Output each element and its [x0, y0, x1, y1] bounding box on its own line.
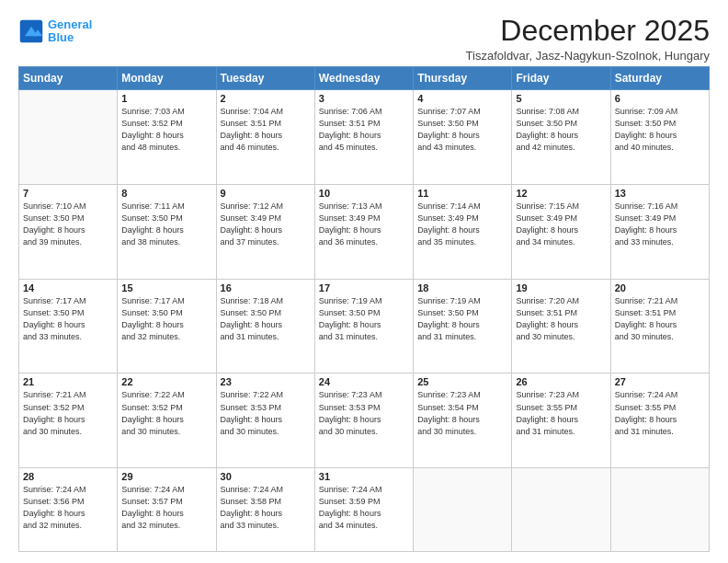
calendar-week-2: 7Sunrise: 7:10 AM Sunset: 3:50 PM Daylig…	[19, 184, 710, 279]
day-number-17: 17	[319, 282, 409, 293]
day-number-2: 2	[221, 93, 311, 104]
day-number-22: 22	[121, 376, 211, 387]
header: General Blue December 2025 Tiszafoldvar,…	[18, 15, 710, 63]
calendar-cell-w1-d6: 6Sunrise: 7:09 AM Sunset: 3:50 PM Daylig…	[610, 90, 709, 185]
calendar-cell-w1-d2: 2Sunrise: 7:04 AM Sunset: 3:51 PM Daylig…	[216, 90, 314, 185]
day-number-15: 15	[121, 282, 211, 293]
calendar-week-5: 28Sunrise: 7:24 AM Sunset: 3:56 PM Dayli…	[19, 468, 710, 552]
calendar-cell-w4-d2: 23Sunrise: 7:22 AM Sunset: 3:53 PM Dayli…	[216, 373, 314, 468]
calendar-cell-w1-d4: 4Sunrise: 7:07 AM Sunset: 3:50 PM Daylig…	[414, 90, 512, 185]
day-info-8: Sunrise: 7:11 AM Sunset: 3:50 PM Dayligh…	[121, 201, 211, 248]
calendar-cell-w5-d1: 29Sunrise: 7:24 AM Sunset: 3:57 PM Dayli…	[118, 468, 216, 552]
day-number-8: 8	[121, 188, 211, 199]
calendar-week-4: 21Sunrise: 7:21 AM Sunset: 3:52 PM Dayli…	[19, 373, 710, 468]
calendar-cell-w4-d0: 21Sunrise: 7:21 AM Sunset: 3:52 PM Dayli…	[19, 373, 118, 468]
day-info-15: Sunrise: 7:17 AM Sunset: 3:50 PM Dayligh…	[121, 295, 211, 343]
day-number-23: 23	[221, 376, 311, 387]
calendar-cell-w4-d4: 25Sunrise: 7:23 AM Sunset: 3:54 PM Dayli…	[414, 373, 512, 468]
day-info-4: Sunrise: 7:07 AM Sunset: 3:50 PM Dayligh…	[417, 106, 507, 154]
calendar-cell-w4-d1: 22Sunrise: 7:22 AM Sunset: 3:52 PM Dayli…	[118, 373, 216, 468]
day-number-18: 18	[417, 282, 507, 293]
day-number-12: 12	[516, 188, 606, 199]
day-number-14: 14	[23, 282, 113, 293]
calendar-cell-w3-d3: 17Sunrise: 7:19 AM Sunset: 3:50 PM Dayli…	[314, 279, 413, 373]
day-info-19: Sunrise: 7:20 AM Sunset: 3:51 PM Dayligh…	[516, 295, 606, 343]
calendar-cell-w5-d4	[414, 468, 512, 552]
day-number-3: 3	[319, 93, 409, 104]
header-tuesday: Tuesday	[216, 67, 314, 90]
day-info-13: Sunrise: 7:16 AM Sunset: 3:49 PM Dayligh…	[615, 201, 705, 248]
day-info-30: Sunrise: 7:24 AM Sunset: 3:58 PM Dayligh…	[221, 484, 311, 532]
calendar-cell-w2-d5: 12Sunrise: 7:15 AM Sunset: 3:49 PM Dayli…	[512, 184, 610, 279]
calendar-cell-w1-d1: 1Sunrise: 7:03 AM Sunset: 3:52 PM Daylig…	[118, 90, 216, 185]
calendar-cell-w4-d6: 27Sunrise: 7:24 AM Sunset: 3:55 PM Dayli…	[610, 373, 709, 468]
day-info-27: Sunrise: 7:24 AM Sunset: 3:55 PM Dayligh…	[615, 389, 705, 437]
page: General Blue December 2025 Tiszafoldvar,…	[0, 0, 728, 563]
day-info-28: Sunrise: 7:24 AM Sunset: 3:56 PM Dayligh…	[23, 484, 113, 532]
calendar-cell-w3-d6: 20Sunrise: 7:21 AM Sunset: 3:51 PM Dayli…	[610, 279, 709, 373]
calendar-cell-w3-d2: 16Sunrise: 7:18 AM Sunset: 3:50 PM Dayli…	[216, 279, 314, 373]
header-saturday: Saturday	[610, 67, 709, 90]
subtitle: Tiszafoldvar, Jasz-Nagykun-Szolnok, Hung…	[466, 49, 710, 63]
day-info-20: Sunrise: 7:21 AM Sunset: 3:51 PM Dayligh…	[615, 295, 705, 343]
day-number-5: 5	[516, 93, 606, 104]
day-number-16: 16	[221, 282, 311, 293]
calendar-cell-w2-d4: 11Sunrise: 7:14 AM Sunset: 3:49 PM Dayli…	[414, 184, 512, 279]
day-number-31: 31	[319, 471, 409, 482]
day-number-20: 20	[615, 282, 705, 293]
title-block: December 2025 Tiszafoldvar, Jasz-Nagykun…	[466, 15, 710, 63]
day-info-24: Sunrise: 7:23 AM Sunset: 3:53 PM Dayligh…	[319, 389, 409, 437]
day-info-5: Sunrise: 7:08 AM Sunset: 3:50 PM Dayligh…	[516, 106, 606, 154]
day-number-9: 9	[221, 188, 311, 199]
day-info-10: Sunrise: 7:13 AM Sunset: 3:49 PM Dayligh…	[319, 201, 409, 248]
logo-line1: General	[48, 17, 92, 31]
logo-icon	[18, 18, 44, 44]
day-number-26: 26	[516, 376, 606, 387]
calendar-cell-w5-d2: 30Sunrise: 7:24 AM Sunset: 3:58 PM Dayli…	[216, 468, 314, 552]
calendar-cell-w3-d0: 14Sunrise: 7:17 AM Sunset: 3:50 PM Dayli…	[19, 279, 118, 373]
day-info-14: Sunrise: 7:17 AM Sunset: 3:50 PM Dayligh…	[23, 295, 113, 343]
header-sunday: Sunday	[19, 67, 118, 90]
day-number-29: 29	[121, 471, 211, 482]
header-thursday: Thursday	[414, 67, 512, 90]
day-info-1: Sunrise: 7:03 AM Sunset: 3:52 PM Dayligh…	[121, 106, 211, 154]
calendar-cell-w4-d5: 26Sunrise: 7:23 AM Sunset: 3:55 PM Dayli…	[512, 373, 610, 468]
day-info-26: Sunrise: 7:23 AM Sunset: 3:55 PM Dayligh…	[516, 389, 606, 437]
day-number-11: 11	[417, 188, 507, 199]
day-info-2: Sunrise: 7:04 AM Sunset: 3:51 PM Dayligh…	[221, 106, 311, 154]
day-info-9: Sunrise: 7:12 AM Sunset: 3:49 PM Dayligh…	[221, 201, 311, 248]
day-info-16: Sunrise: 7:18 AM Sunset: 3:50 PM Dayligh…	[221, 295, 311, 343]
day-info-17: Sunrise: 7:19 AM Sunset: 3:50 PM Dayligh…	[319, 295, 409, 343]
day-info-7: Sunrise: 7:10 AM Sunset: 3:50 PM Dayligh…	[23, 201, 113, 248]
calendar-week-1: 1Sunrise: 7:03 AM Sunset: 3:52 PM Daylig…	[19, 90, 710, 185]
day-info-12: Sunrise: 7:15 AM Sunset: 3:49 PM Dayligh…	[516, 201, 606, 248]
day-info-29: Sunrise: 7:24 AM Sunset: 3:57 PM Dayligh…	[121, 484, 211, 532]
calendar-cell-w5-d6	[610, 468, 709, 552]
calendar-cell-w3-d4: 18Sunrise: 7:19 AM Sunset: 3:50 PM Dayli…	[414, 279, 512, 373]
day-info-6: Sunrise: 7:09 AM Sunset: 3:50 PM Dayligh…	[615, 106, 705, 154]
calendar-cell-w3-d5: 19Sunrise: 7:20 AM Sunset: 3:51 PM Dayli…	[512, 279, 610, 373]
day-info-31: Sunrise: 7:24 AM Sunset: 3:59 PM Dayligh…	[319, 484, 409, 532]
day-info-3: Sunrise: 7:06 AM Sunset: 3:51 PM Dayligh…	[319, 106, 409, 154]
header-wednesday: Wednesday	[314, 67, 413, 90]
calendar-cell-w2-d6: 13Sunrise: 7:16 AM Sunset: 3:49 PM Dayli…	[610, 184, 709, 279]
calendar-cell-w2-d1: 8Sunrise: 7:11 AM Sunset: 3:50 PM Daylig…	[118, 184, 216, 279]
calendar-table: Sunday Monday Tuesday Wednesday Thursday…	[18, 66, 710, 552]
calendar-cell-w1-d3: 3Sunrise: 7:06 AM Sunset: 3:51 PM Daylig…	[314, 90, 413, 185]
day-number-21: 21	[23, 376, 113, 387]
calendar-cell-w1-d5: 5Sunrise: 7:08 AM Sunset: 3:50 PM Daylig…	[512, 90, 610, 185]
day-info-18: Sunrise: 7:19 AM Sunset: 3:50 PM Dayligh…	[417, 295, 507, 343]
day-number-27: 27	[615, 376, 705, 387]
calendar-cell-w2-d0: 7Sunrise: 7:10 AM Sunset: 3:50 PM Daylig…	[19, 184, 118, 279]
day-info-11: Sunrise: 7:14 AM Sunset: 3:49 PM Dayligh…	[417, 201, 507, 248]
logo: General Blue	[18, 18, 92, 45]
calendar-cell-w2-d2: 9Sunrise: 7:12 AM Sunset: 3:49 PM Daylig…	[216, 184, 314, 279]
header-monday: Monday	[118, 67, 216, 90]
calendar-cell-w4-d3: 24Sunrise: 7:23 AM Sunset: 3:53 PM Dayli…	[314, 373, 413, 468]
calendar-cell-w2-d3: 10Sunrise: 7:13 AM Sunset: 3:49 PM Dayli…	[314, 184, 413, 279]
day-info-21: Sunrise: 7:21 AM Sunset: 3:52 PM Dayligh…	[23, 389, 113, 437]
day-number-6: 6	[615, 93, 705, 104]
calendar-cell-w1-d0	[19, 90, 118, 185]
day-number-19: 19	[516, 282, 606, 293]
day-number-30: 30	[221, 471, 311, 482]
